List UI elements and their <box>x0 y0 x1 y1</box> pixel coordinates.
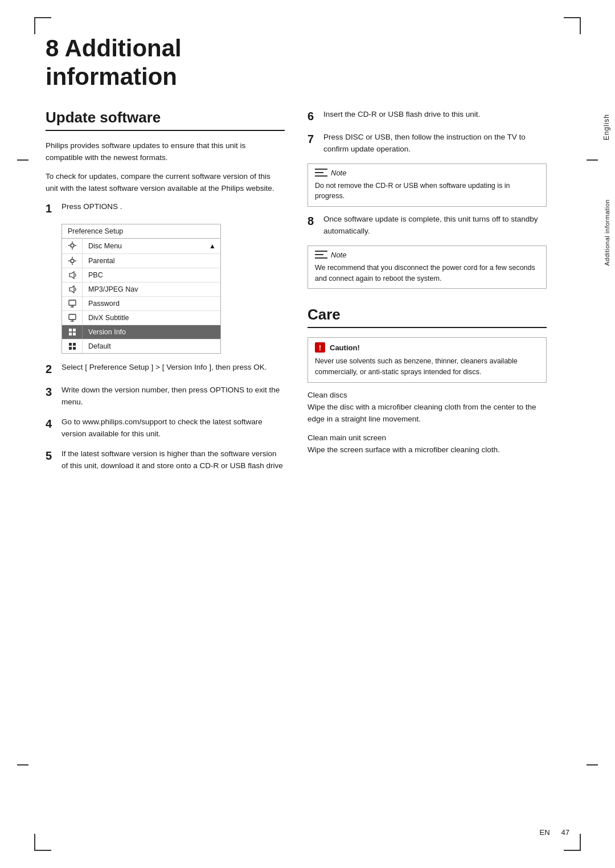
preference-setup-menu: Preference Setup <box>62 224 221 354</box>
step-8: 8 Once software update is complete, this… <box>308 214 547 238</box>
svg-line-12 <box>75 275 76 277</box>
svg-rect-24 <box>69 333 72 335</box>
svg-line-15 <box>75 289 76 291</box>
step-1: 1 Press OPTIONS . <box>46 201 285 216</box>
step-5: 5 If the latest software version is high… <box>46 448 285 472</box>
svg-rect-16 <box>69 300 76 305</box>
caution-box: ! Caution! Never use solvents such as be… <box>308 337 547 383</box>
step-4-number: 4 <box>46 416 62 431</box>
menu-disc-menu-label: Disc Menu <box>83 240 209 252</box>
step-2: 2 Select [ Preference Setup ] > [ Versio… <box>46 362 285 376</box>
menu-icon-monitor <box>62 297 83 310</box>
menu-icon-parental <box>62 254 83 268</box>
step-7-text: Press DISC or USB, then follow the instr… <box>323 132 547 155</box>
step-5-number: 5 <box>46 448 62 463</box>
update-software-heading: Update software <box>46 109 285 131</box>
right-column: 6 Insert the CD-R or USB flash drive to … <box>308 109 547 480</box>
menu-row-password: Password <box>62 297 220 311</box>
menu-version-label: Version Info <box>83 326 220 338</box>
menu-row-divx: DivX Subtitle <box>62 311 220 325</box>
menu-row-version: Version Info <box>62 325 220 339</box>
step-7: 7 Press DISC or USB, then follow the ins… <box>308 132 547 155</box>
svg-line-11 <box>75 273 76 275</box>
step-3-number: 3 <box>46 384 62 399</box>
menu-icon-grid2 <box>62 339 83 353</box>
menu-icon-grid <box>62 325 83 339</box>
svg-rect-25 <box>73 333 76 335</box>
svg-point-0 <box>71 244 74 247</box>
note-icon-2 <box>315 251 327 259</box>
clean-discs-heading: Clean discs <box>308 391 547 399</box>
left-column: Update software Philips provides softwar… <box>46 109 285 480</box>
svg-marker-13 <box>69 286 74 293</box>
step-4-text: Go to www.philips.com/support to check t… <box>62 416 285 440</box>
svg-line-14 <box>75 288 76 289</box>
step-7-number: 7 <box>308 132 323 146</box>
menu-icon-speaker2 <box>62 282 83 296</box>
svg-rect-23 <box>73 329 76 331</box>
menu-row-pbc: PBC <box>62 268 220 282</box>
svg-rect-22 <box>69 329 72 331</box>
step-8-number: 8 <box>308 214 323 228</box>
menu-disc-menu-arrow: ▲ <box>209 242 220 250</box>
note-icon-1 <box>315 169 327 177</box>
note-box-2: Note We recommend that you disconnect th… <box>308 245 547 289</box>
svg-rect-27 <box>73 343 76 346</box>
note-box-1: Note Do not remove the CD-R or USB when … <box>308 163 547 207</box>
footer-en: EN <box>539 828 550 837</box>
menu-row-default: Default <box>62 339 220 353</box>
menu-default-label: Default <box>83 341 220 352</box>
note-label-2: Note <box>331 251 346 259</box>
svg-rect-29 <box>73 347 76 350</box>
note-header-2: Note <box>315 251 539 259</box>
menu-mp3nav-label: MP3/JPEG Nav <box>83 284 220 295</box>
step-2-text: Select [ Preference Setup ] > [ Version … <box>62 362 285 374</box>
menu-row-mp3nav: MP3/JPEG Nav <box>62 282 220 297</box>
note-text-2: We recommend that you disconnect the pow… <box>315 263 539 284</box>
intro-para1: Philips provides software updates to ens… <box>46 140 285 164</box>
clean-discs-text: Wipe the disc with a microfiber cleaning… <box>308 402 547 425</box>
step-5-text: If the latest software version is higher… <box>62 448 285 472</box>
intro-para2: To check for updates, compare the curren… <box>46 171 285 195</box>
caution-label: Caution! <box>330 343 360 352</box>
svg-rect-28 <box>69 347 72 350</box>
note-header-1: Note <box>315 169 539 177</box>
step-1-text: Press OPTIONS . <box>62 201 285 213</box>
care-heading: Care <box>308 306 547 328</box>
menu-header: Preference Setup <box>62 224 220 239</box>
menu-icon-speaker <box>62 268 83 282</box>
svg-rect-26 <box>69 343 72 346</box>
clean-screen-heading: Clean main unit screen <box>308 433 547 442</box>
step-4: 4 Go to www.philips.com/support to check… <box>46 416 285 440</box>
menu-row-parental: Parental <box>62 254 220 268</box>
page-footer: EN 47 <box>539 828 569 837</box>
step-3: 3 Write down the version number, then pr… <box>46 384 285 408</box>
step-3-text: Write down the version number, then pres… <box>62 384 285 408</box>
menu-password-label: Password <box>83 298 220 309</box>
step-2-number: 2 <box>46 362 62 376</box>
menu-row-disc-menu: Disc Menu ▲ <box>62 239 220 254</box>
step-6: 6 Insert the CD-R or USB flash drive to … <box>308 109 547 124</box>
step-6-number: 6 <box>308 109 323 124</box>
note-label-1: Note <box>331 169 346 177</box>
step-8-text: Once software update is complete, this u… <box>323 214 547 238</box>
note-text-1: Do not remove the CD-R or USB when softw… <box>315 181 539 202</box>
svg-marker-10 <box>69 272 74 279</box>
menu-icon-monitor2 <box>62 311 83 325</box>
caution-icon: ! <box>315 342 325 353</box>
caution-text: Never use solvents such as benzene, thin… <box>315 356 539 378</box>
footer-page-number: 47 <box>561 828 569 837</box>
menu-divx-label: DivX Subtitle <box>83 312 220 324</box>
svg-rect-19 <box>69 314 76 320</box>
menu-pbc-label: PBC <box>83 269 220 281</box>
menu-parental-label: Parental <box>83 255 220 267</box>
menu-icon-settings <box>62 239 83 253</box>
step-1-number: 1 <box>46 201 62 216</box>
svg-point-5 <box>71 259 74 263</box>
step-6-text: Insert the CD-R or USB flash drive to th… <box>323 109 547 121</box>
chapter-heading: 8 Additionalinformation <box>46 34 575 92</box>
clean-screen-text: Wipe the screen surface with a microfibe… <box>308 444 547 456</box>
caution-header: ! Caution! <box>315 342 539 353</box>
